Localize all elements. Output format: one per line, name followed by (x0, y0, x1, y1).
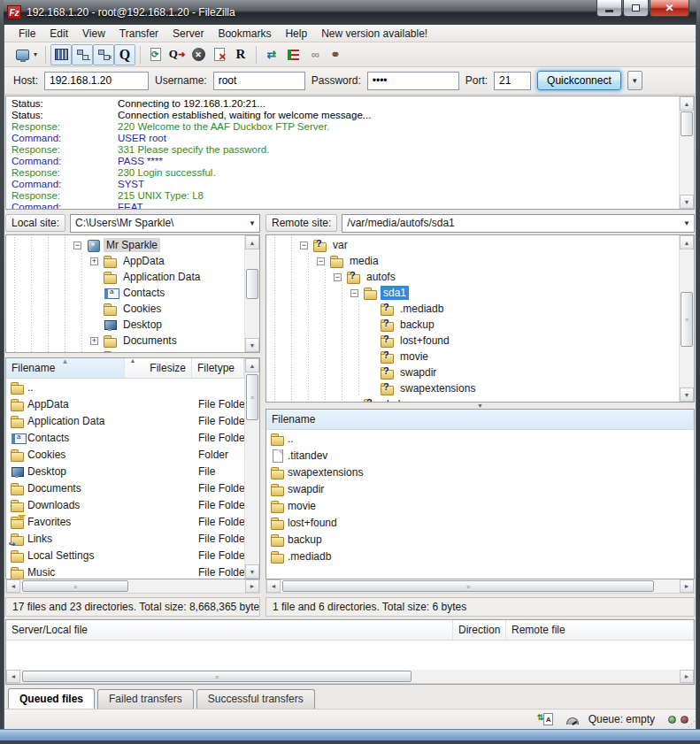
tree-item[interactable]: ?swapdir (266, 364, 679, 380)
file-list-row[interactable]: Local SettingsFile Folder (6, 547, 244, 564)
site-manager-button[interactable] (12, 44, 33, 65)
chevron-down-icon[interactable]: ▼ (680, 219, 694, 227)
tree-item[interactable]: ?lost+found (266, 333, 679, 349)
menu-item-transfer[interactable]: Transfer (112, 26, 165, 42)
file-list-row[interactable]: ContactsFile Folder (6, 429, 244, 446)
collapse-box-icon[interactable]: − (334, 273, 342, 281)
collapse-pane-up-icon[interactable]: ▲ (130, 358, 136, 364)
maximize-button[interactable] (623, 0, 649, 17)
column-header-filetype[interactable]: Filetype (192, 358, 244, 378)
process-queue-button[interactable]: Q➜ (166, 44, 188, 65)
menu-item-bookmarks[interactable]: Bookmarks (211, 26, 278, 42)
collapse-box-icon[interactable]: − (350, 289, 358, 297)
queue-hscrollbar[interactable]: ◄ ≡ ► (6, 670, 694, 684)
synchronized-browsing-button[interactable] (282, 44, 304, 65)
file-list-row[interactable]: DesktopFile (6, 463, 244, 479)
menu-item-server[interactable]: Server (165, 26, 211, 42)
tree-item[interactable]: −sda1 (266, 285, 679, 301)
chevron-down-icon[interactable]: ▼ (245, 219, 259, 227)
scroll-down-icon[interactable]: ▼ (680, 195, 694, 209)
close-button[interactable]: ✕ (650, 0, 689, 17)
password-input[interactable] (367, 72, 459, 90)
queue-column-header-direction[interactable]: Direction (453, 620, 506, 640)
file-list-row[interactable]: .. (266, 430, 694, 447)
file-list-row[interactable]: .mediadb (266, 548, 694, 564)
cancel-button[interactable]: ✕ (188, 44, 209, 65)
minimize-button[interactable] (596, 0, 622, 17)
tab-successful-transfers[interactable]: Successful transfers (196, 689, 315, 709)
file-list-row[interactable]: movie (266, 497, 694, 514)
scroll-left-icon[interactable]: ◄ (6, 670, 20, 683)
scroll-down-icon[interactable]: ▼ (680, 387, 694, 402)
scroll-left-icon[interactable]: ◄ (6, 579, 20, 593)
username-input[interactable] (213, 72, 305, 90)
tree-item[interactable]: ?backup (266, 317, 679, 333)
local-site-combo[interactable]: C:\Users\Mr Sparkle\ ▼ (70, 214, 260, 233)
queue-column-header-remote-file[interactable]: Remote file (506, 620, 694, 640)
message-log-scrollbar[interactable]: ▲ ▼ (679, 96, 694, 209)
tree-item[interactable]: −?autofs (266, 269, 679, 285)
file-list-row[interactable]: AppDataFile Folder (6, 395, 244, 412)
file-list-row[interactable]: DocumentsFile Folder (6, 479, 244, 496)
expand-box-icon[interactable]: + (90, 337, 98, 345)
tree-item[interactable]: Cookies (6, 301, 244, 317)
collapse-pane-down-icon[interactable]: ▼ (265, 403, 695, 409)
scroll-up-icon[interactable]: ▲ (680, 235, 694, 249)
file-list-row[interactable]: CookiesFolder (6, 446, 244, 463)
refresh-button[interactable]: ⟳ (145, 44, 166, 65)
local-list-hscrollbar[interactable]: ◄ ≡ ► (5, 579, 260, 594)
tree-item[interactable]: Application Data (6, 269, 244, 285)
tree-item[interactable]: +AppData (6, 253, 244, 269)
collapse-box-icon[interactable]: − (317, 257, 325, 265)
filter-button[interactable]: ∞ (304, 44, 325, 65)
tree-item[interactable]: Contacts (6, 285, 244, 301)
scroll-right-icon[interactable]: ► (680, 670, 694, 683)
site-manager-dropdown[interactable]: ▾ (34, 50, 37, 58)
remote-list-hscrollbar[interactable]: ◄ ≡ ► (265, 579, 695, 594)
menu-item-new-version-available-[interactable]: New version available! (314, 26, 435, 42)
scroll-up-icon[interactable]: ▲ (245, 235, 259, 249)
file-list-row[interactable]: swapextensions (266, 464, 694, 480)
scroll-right-icon[interactable]: ► (680, 579, 694, 593)
file-list-row[interactable]: swapdir (266, 480, 694, 497)
tree-item[interactable]: −media (266, 253, 679, 269)
scroll-down-icon[interactable]: ▼ (245, 338, 259, 352)
scroll-right-icon[interactable]: ► (245, 579, 259, 593)
scroll-down-icon[interactable]: ▼ (245, 564, 259, 579)
menu-item-view[interactable]: View (75, 26, 112, 42)
transfer-type-button[interactable]: A (541, 712, 557, 726)
speed-limits-button[interactable] (565, 712, 581, 726)
title-bar[interactable]: Fz 192.168.1.20 - root@192.168.1.20 - Fi… (4, 0, 696, 25)
tree-item[interactable]: +Documents (6, 333, 244, 349)
file-list-row[interactable]: ↓DownloadsFile Folder (6, 496, 244, 513)
menu-item-edit[interactable]: Edit (42, 26, 75, 42)
reconnect-button[interactable]: R (230, 44, 251, 65)
file-list-row[interactable]: lost+found (266, 514, 694, 531)
file-list-row[interactable]: Application DataFile Folder (6, 412, 244, 429)
tree-item[interactable]: +↓Downloads (6, 349, 244, 352)
disconnect-button[interactable]: ✕ (209, 44, 230, 65)
local-list-scrollbar[interactable]: ▲ ≡ ▼ (244, 358, 259, 579)
tab-failed-transfers[interactable]: Failed transfers (97, 689, 194, 709)
tree-item[interactable]: Desktop (6, 317, 244, 333)
collapse-box-icon[interactable]: − (300, 242, 308, 249)
collapse-box-icon[interactable]: − (73, 242, 81, 249)
expand-box-icon[interactable]: + (90, 257, 98, 265)
resize-grip[interactable]: ⋰ (688, 720, 695, 728)
tree-item[interactable]: −Mr Sparkle (6, 237, 244, 253)
file-list-row[interactable]: ★FavoritesFile Folder (6, 513, 244, 530)
port-input[interactable] (494, 72, 531, 90)
tree-item[interactable]: −?var (266, 237, 679, 253)
toggle-queue-button[interactable]: Q (114, 44, 135, 65)
scroll-up-icon[interactable]: ▲ (245, 358, 259, 372)
find-files-button[interactable]: ⚭ (325, 44, 346, 65)
scroll-left-icon[interactable]: ◄ (266, 579, 281, 593)
tab-queued-files[interactable]: Queued files (8, 688, 95, 709)
toggle-remote-treeview-button[interactable]: F (93, 44, 114, 65)
quickconnect-button[interactable]: Quickconnect (537, 71, 621, 90)
tree-item[interactable]: ?dvd (266, 396, 679, 402)
tree-item[interactable]: ?.mediadb (266, 301, 679, 317)
scroll-up-icon[interactable]: ▲ (680, 96, 694, 111)
tree-item[interactable]: ?swapextensions (266, 380, 679, 396)
file-list-row[interactable]: backup (266, 531, 694, 548)
